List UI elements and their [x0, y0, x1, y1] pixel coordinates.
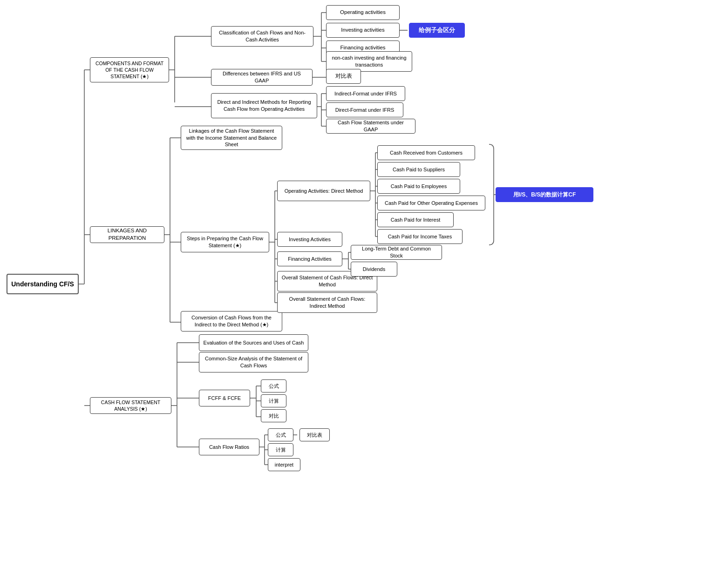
- duibi-fcff: 对比: [261, 409, 286, 422]
- diff-node: Differences between IFRS and US GAAP: [211, 69, 313, 86]
- ratios-node: Cash Flow Ratios: [199, 439, 259, 455]
- linkages-node: Linkages of the Cash Flow Statement with…: [181, 126, 282, 150]
- common-node: Common-Size Analysis of the Statement of…: [199, 352, 308, 372]
- op-direct-node: Operating Activities: Direct Method: [277, 181, 370, 201]
- recv-cust-node: Cash Received from Customers: [377, 145, 475, 160]
- annotation-1: 给例子会区分: [409, 23, 465, 38]
- paid-emp-node: Cash Paid to Employees: [377, 179, 460, 194]
- classif-node: Classification of Cash Flows and Non-Cas…: [211, 26, 313, 47]
- eval-node: Evaluation of the Sources and Uses of Ca…: [199, 334, 308, 351]
- fcff-node: FCFF & FCFE: [199, 390, 250, 406]
- level1-link: LINKAGES AND PREPARATION: [90, 226, 164, 243]
- direct-ifrs-node: Direct-Format under IFRS: [326, 102, 403, 117]
- gongshi2-ratios: 公式: [268, 428, 293, 441]
- bijiao-node: 对比表: [326, 69, 361, 84]
- conversion-node: Conversion of Cash Flows from the Indire…: [181, 311, 282, 332]
- steps-node: Steps in Preparing the Cash Flow Stateme…: [181, 232, 269, 252]
- gaap-cf-node: Cash Flow Statements under GAAP: [326, 119, 415, 134]
- root-node: Understanding CF/S: [7, 274, 79, 294]
- overall-indirect-node: Overall Statement of Cash Flows: Indirec…: [277, 292, 377, 313]
- dividends-node: Dividends: [351, 262, 397, 277]
- jisuan-fcff: 计算: [261, 394, 286, 407]
- paid-other-node: Cash Paid for Other Operating Expenses: [377, 196, 485, 210]
- operating-node: Operating activities: [326, 5, 400, 20]
- level1-analysis: CASH FLOW STATEMENT ANALYSIS (★): [90, 397, 171, 414]
- ltdebt-node: Long-Term Debt and Common Stock: [351, 245, 442, 260]
- interpret-ratios: interpret: [268, 458, 300, 471]
- paid-int-node: Cash Paid for Interest: [377, 212, 454, 227]
- gongshi-fcff: 公式: [261, 379, 286, 393]
- annotation-2: 用I/S、B/S的数据计算CF: [496, 187, 593, 202]
- invest-act-node: Investing Activities: [277, 232, 342, 247]
- investing-node: Investing activities: [326, 23, 400, 38]
- fin-act-node: Financing Activities: [277, 251, 342, 266]
- paid-supp-node: Cash Paid to Suppliers: [377, 162, 460, 177]
- direct-indirect-node: Direct and Indirect Methods for Reportin…: [211, 93, 317, 118]
- paid-tax-node: Cash Paid for Income Taxes: [377, 229, 463, 244]
- duibiao-ratios: 对比表: [299, 428, 330, 441]
- level1-comp: COMPONENTS AND FORMAT OF THE CASH FLOW S…: [90, 57, 169, 82]
- jisuan2-ratios: 计算: [268, 443, 293, 456]
- indirect-ifrs-node: Indirect-Format under IFRS: [326, 86, 405, 101]
